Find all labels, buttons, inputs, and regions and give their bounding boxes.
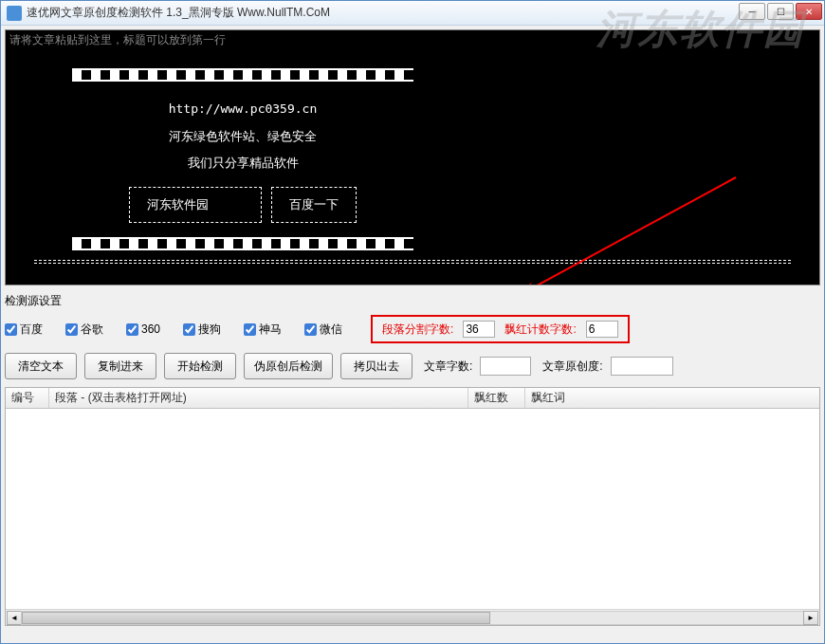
app-icon: [7, 6, 22, 21]
checkbox-row: 百度 谷歌 360 搜狗 神马 微信 段落分割字数: 飘红计数字数:: [5, 311, 820, 347]
scroll-left-button[interactable]: ◄: [7, 611, 22, 625]
close-button[interactable]: ✕: [796, 3, 822, 20]
content-area: 请将文章粘贴到这里，标题可以放到第一行 http://www.pc0359.cn…: [1, 26, 824, 630]
window-title: 速优网文章原创度检测软件 1.3_黑洞专版 Www.NullTM.CoM: [27, 5, 330, 21]
maximize-button[interactable]: ☐: [767, 3, 794, 20]
originality-value[interactable]: [611, 357, 673, 376]
originality-label: 文章原创度:: [542, 359, 602, 375]
col-red-words[interactable]: 飘红词: [525, 388, 819, 408]
red-count-label: 飘红计数字数:: [504, 322, 576, 338]
checkbox-google[interactable]: 谷歌: [65, 322, 103, 338]
table-body[interactable]: [6, 409, 819, 609]
start-detect-button[interactable]: 开始检测: [164, 353, 236, 379]
editor-content: http://www.pc0359.cn 河东绿色软件站、绿色安全 我们只分享精…: [6, 30, 819, 273]
editor-textarea[interactable]: 请将文章粘贴到这里，标题可以放到第一行 http://www.pc0359.cn…: [5, 29, 820, 285]
table-header: 编号 段落 - (双击表格打开网址) 飘红数 飘红词: [6, 388, 819, 409]
col-red-count[interactable]: 飘红数: [468, 388, 525, 408]
clear-text-button[interactable]: 清空文本: [5, 353, 77, 379]
app-window: 速优网文章原创度检测软件 1.3_黑洞专版 Www.NullTM.CoM ─ ☐…: [0, 0, 825, 644]
editor-url: http://www.pc0359.cn: [72, 96, 413, 123]
results-table: 编号 段落 - (双击表格打开网址) 飘红数 飘红词 ◄ ►: [5, 387, 820, 626]
editor-btn-baidu: 百度一下: [271, 187, 357, 224]
checkbox-360[interactable]: 360: [126, 322, 160, 336]
segment-chars-label: 段落分割字数:: [382, 322, 453, 338]
film-strip-graphic: http://www.pc0359.cn 河东绿色软件站、绿色安全 我们只分享精…: [72, 68, 413, 250]
checkbox-baidu[interactable]: 百度: [5, 322, 43, 338]
titlebar: 速优网文章原创度检测软件 1.3_黑洞专版 Www.NullTM.CoM ─ ☐…: [1, 1, 824, 26]
red-count-input[interactable]: [586, 321, 618, 338]
checkbox-shenma[interactable]: 神马: [244, 322, 282, 338]
editor-btn-hedong: 河东软件园: [129, 187, 262, 224]
highlighted-settings: 段落分割字数: 飘红计数字数:: [371, 315, 630, 343]
col-paragraph[interactable]: 段落 - (双击表格打开网址): [49, 388, 468, 408]
word-count-value[interactable]: [480, 357, 531, 376]
editor-line2: 我们只分享精品软件: [72, 150, 413, 177]
svg-marker-1: [518, 282, 537, 285]
titlebar-buttons: ─ ☐ ✕: [739, 3, 822, 20]
fake-original-button[interactable]: 伪原创后检测: [244, 353, 333, 379]
horizontal-scrollbar[interactable]: ◄ ►: [6, 609, 819, 625]
scroll-track[interactable]: [21, 611, 804, 625]
word-count-label: 文章字数:: [424, 359, 472, 375]
checkbox-wechat[interactable]: 微信: [304, 322, 342, 338]
copy-out-button[interactable]: 拷贝出去: [340, 353, 412, 379]
sources-label: 检测源设置: [5, 291, 820, 311]
col-index[interactable]: 编号: [6, 388, 49, 408]
button-row: 清空文本 复制进来 开始检测 伪原创后检测 拷贝出去 文章字数: 文章原创度:: [5, 347, 820, 383]
scroll-thumb[interactable]: [22, 612, 490, 624]
checkbox-sogou[interactable]: 搜狗: [183, 322, 221, 338]
editor-line1: 河东绿色软件站、绿色安全: [72, 123, 413, 151]
copy-in-button[interactable]: 复制进来: [84, 353, 156, 379]
segment-chars-input[interactable]: [463, 321, 495, 338]
scroll-right-button[interactable]: ►: [803, 611, 818, 625]
minimize-button[interactable]: ─: [739, 3, 765, 20]
